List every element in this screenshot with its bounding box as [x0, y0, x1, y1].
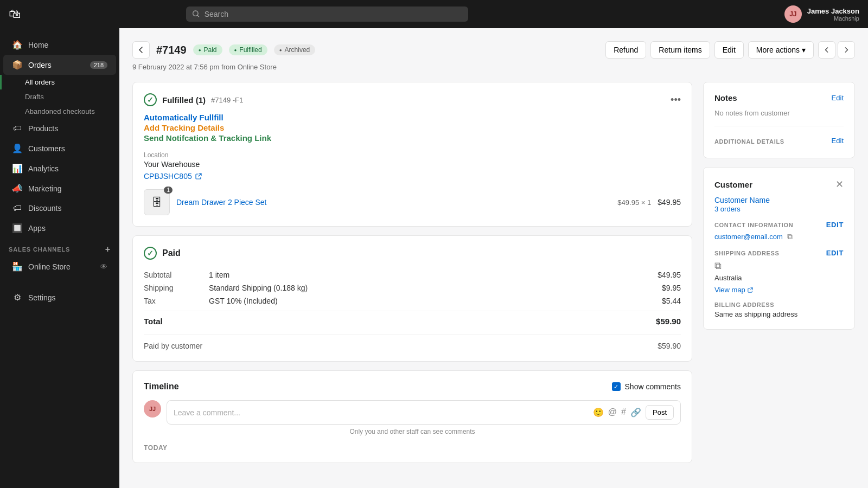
sales-channels-section: SALES CHANNELS +	[0, 238, 119, 256]
billing-address-label: BILLING ADDRESS	[714, 301, 844, 308]
sidebar-item-apps[interactable]: 🔲 Apps	[3, 218, 116, 238]
shipping-address-icon: ⧉	[714, 260, 844, 272]
sidebar-item-settings[interactable]: ⚙ Settings	[3, 287, 116, 307]
main-content: #7149 Paid Fulfilled Archived Refund Ret…	[119, 28, 868, 488]
sidebar-sub-abandoned[interactable]: Abandoned checkouts	[0, 104, 119, 119]
fulfillment-actions: Automatically Fullfill Add Tracking Deta…	[144, 113, 681, 143]
sidebar: 🏠 Home 📦 Orders 218 All orders Drafts Ab…	[0, 28, 119, 488]
subtotal-desc: 1 item	[209, 271, 637, 279]
online-store-settings-icon[interactable]: 👁	[100, 262, 107, 271]
sidebar-item-orders[interactable]: 📦 Orders 218	[3, 55, 116, 75]
fulfillment-id: #7149 -F1	[211, 96, 243, 104]
mention-icon[interactable]: @	[608, 407, 617, 418]
comment-icons: 🙂 @ # 🔗	[593, 407, 641, 418]
fulfillment-more-icon[interactable]: •••	[671, 94, 681, 106]
sidebar-item-analytics[interactable]: 📊 Analytics	[3, 158, 116, 178]
show-comments-label: Show comments	[625, 382, 681, 391]
add-sales-channel-button[interactable]: +	[105, 245, 111, 254]
sales-channels-title: SALES CHANNELS	[9, 246, 70, 253]
tracking-code: CPBJSHC805	[144, 172, 192, 181]
timeline-card: Timeline ✓ Show comments JJ 🙂 @ #	[132, 370, 692, 463]
edit-button[interactable]: Edit	[714, 41, 744, 59]
attachment-icon[interactable]: 🔗	[630, 407, 641, 418]
total-row: Total $59.90	[144, 311, 681, 328]
shipping-label: Shipping	[144, 284, 209, 292]
customer-orders-link[interactable]: 3 orders	[714, 205, 741, 213]
view-map-link[interactable]: View map	[714, 286, 753, 294]
search-icon	[193, 10, 200, 18]
products-icon: 🏷	[12, 124, 23, 133]
auto-fulfill-link[interactable]: Automatically Fullfill	[144, 113, 681, 122]
prev-order-button[interactable]	[818, 41, 835, 59]
paid-title: Paid	[162, 248, 181, 258]
add-tracking-link[interactable]: Add Tracking Details	[144, 123, 681, 132]
order-date: 9 February 2022 at 7:56 pm from Online S…	[132, 63, 855, 71]
location-label: Location	[144, 151, 681, 159]
product-quantity-badge: 1	[164, 187, 173, 194]
subtotal-amount: $49.95	[637, 271, 681, 279]
comment-input[interactable]	[174, 408, 589, 417]
shipping-edit-link[interactable]: Edit	[826, 249, 844, 257]
show-comments-checkbox[interactable]: ✓	[612, 382, 621, 391]
customer-close-button[interactable]: ✕	[835, 178, 844, 190]
post-button[interactable]: Post	[646, 405, 674, 420]
product-row: 🗄 1 Dream Drawer 2 Piece Set $49.95 × 1 …	[144, 189, 681, 215]
sidebar-item-label: Apps	[28, 224, 46, 233]
sidebar-item-label: Products	[28, 124, 58, 133]
paid-check-icon: ✓	[144, 247, 157, 260]
total-label: Total	[144, 317, 209, 326]
hashtag-icon[interactable]: #	[621, 407, 626, 418]
payment-card: ✓ Paid Subtotal 1 item $49.95 Shipping S…	[132, 235, 692, 362]
sidebar-item-label: Online Store	[28, 262, 71, 271]
product-image: 🗄 1	[144, 189, 170, 215]
sidebar-item-products[interactable]: 🏷 Products	[3, 119, 116, 138]
user-shop: Machship	[807, 15, 859, 22]
avatar: JJ	[784, 5, 802, 23]
sidebar-item-marketing[interactable]: 📣 Marketing	[3, 178, 116, 198]
tax-desc: GST 10% (Included)	[209, 297, 637, 305]
copy-email-icon[interactable]: ⧉	[787, 232, 793, 241]
sidebar-item-home[interactable]: 🏠 Home	[3, 35, 116, 55]
contact-edit-link[interactable]: Edit	[826, 221, 844, 229]
send-notification-link[interactable]: Send Notifcation & Tracking Link	[144, 133, 681, 143]
sidebar-item-label: Analytics	[28, 164, 59, 173]
fulfilled-check-icon: ✓	[144, 93, 157, 106]
notes-edit-link[interactable]: Edit	[832, 94, 844, 102]
tracking-link[interactable]: CPBJSHC805	[144, 172, 681, 181]
more-actions-button[interactable]: More actions ▾	[748, 41, 814, 59]
billing-address-value: Same as shipping address	[714, 310, 844, 318]
marketing-icon: 📣	[12, 183, 23, 194]
fulfilled-badge: Fulfilled	[229, 44, 267, 55]
shipping-desc: Standard Shipping (0.188 kg)	[209, 284, 637, 292]
back-button[interactable]	[132, 41, 150, 59]
product-name-link[interactable]: Dream Drawer 2 Piece Set	[176, 198, 267, 207]
sidebar-sub-all-orders[interactable]: All orders	[0, 75, 119, 89]
refund-button[interactable]: Refund	[605, 41, 646, 59]
sidebar-item-discounts[interactable]: 🏷 Discounts	[3, 198, 116, 218]
next-order-button[interactable]	[838, 41, 855, 59]
shipping-address-label: SHIPPING ADDRESS Edit	[714, 249, 844, 257]
top-navigation: 🛍 JJ James Jackson Machship	[0, 0, 868, 28]
comment-area: JJ 🙂 @ # 🔗 Post	[144, 400, 681, 425]
next-arrow-icon	[844, 47, 849, 53]
search-input[interactable]	[205, 10, 462, 18]
subtotal-row: Subtotal 1 item $49.95	[144, 268, 681, 281]
external-link-icon	[195, 173, 202, 179]
tax-label: Tax	[144, 297, 209, 305]
customer-name-link[interactable]: Customer Name	[714, 196, 770, 204]
show-comments-toggle[interactable]: ✓ Show comments	[612, 382, 681, 391]
contact-info-label: CONTACT INFORMATION Edit	[714, 221, 844, 229]
tax-row: Tax GST 10% (Included) $5.44	[144, 294, 681, 307]
settings-icon: ⚙	[12, 292, 23, 303]
sidebar-sub-drafts[interactable]: Drafts	[0, 89, 119, 104]
comment-avatar: JJ	[144, 400, 161, 418]
sidebar-item-online-store[interactable]: 🏪 Online Store 👁	[3, 256, 116, 277]
sidebar-item-customers[interactable]: 👤 Customers	[3, 138, 116, 158]
return-items-button[interactable]: Return items	[650, 41, 710, 59]
sidebar-item-label: Orders	[28, 61, 52, 69]
emoji-icon[interactable]: 🙂	[593, 407, 604, 418]
paid-by-amount: $59.90	[658, 342, 681, 350]
online-store-icon: 🏪	[12, 261, 23, 272]
search-bar[interactable]	[186, 7, 468, 22]
additional-details-edit-link[interactable]: Edit	[832, 137, 844, 145]
